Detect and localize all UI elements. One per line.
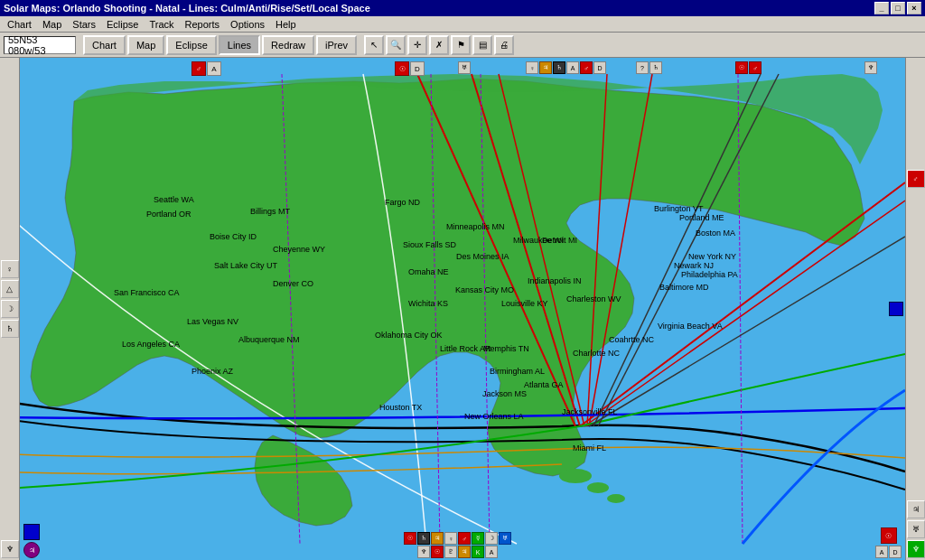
title-bar-controls: _ □ ×	[874, 2, 921, 14]
redraw-button[interactable]: Redraw	[262, 35, 314, 55]
title-bar: Solar Maps: Orlando Shooting - Natal - L…	[0, 0, 925, 16]
svg-point-1	[559, 469, 592, 483]
title-text: Solar Maps: Orlando Shooting - Natal - L…	[4, 3, 370, 14]
menu-reports[interactable]: Reports	[180, 18, 226, 31]
bot-ven[interactable]: ♀	[444, 532, 457, 545]
bottom-left-icons: ♃	[23, 524, 40, 558]
bot2-plu[interactable]: ♇	[444, 546, 457, 558]
map-area[interactable]: Seattle WA Portland OR Billings MT Boise…	[20, 58, 905, 560]
left-icon-3[interactable]: ☽	[1, 300, 19, 318]
menu-chart[interactable]: Chart	[2, 18, 37, 31]
minimize-button[interactable]: _	[874, 2, 889, 14]
map-svg	[20, 58, 905, 560]
bottom-center-icons: ☉ ♄ ♃ ♀ ♂ ☿ ☽ ♅ ♆ ☉ ♇ ♃ K A	[404, 532, 511, 558]
menu-track[interactable]: Track	[144, 18, 179, 31]
left-icon-2[interactable]: △	[1, 280, 19, 298]
right-blue-rect[interactable]	[889, 302, 903, 316]
svg-point-2	[587, 482, 609, 493]
lines-button[interactable]: Lines	[219, 35, 260, 55]
bottom-blue-square[interactable]	[23, 524, 40, 540]
map-button[interactable]: Map	[127, 35, 164, 55]
right-panel: ♂ ♃ ♅ ♆	[905, 58, 925, 560]
eclipse-button[interactable]: Eclipse	[166, 35, 216, 55]
left-panel: ♀ △ ☽ ♄ ♆	[0, 58, 20, 560]
bot2-nep[interactable]: ♆	[417, 546, 430, 558]
bot-jup[interactable]: ♃	[431, 532, 444, 545]
bot-sat[interactable]: ♄	[417, 532, 430, 545]
flag-tool[interactable]: ⚑	[451, 35, 471, 55]
menu-map[interactable]: Map	[37, 18, 67, 31]
bot2-sun2[interactable]: ☉	[431, 546, 444, 558]
bot-sun[interactable]: ☉	[404, 532, 416, 545]
toolbar: 55N53 080w/53 Chart Map Eclipse Lines Re…	[0, 33, 925, 58]
menu-eclipse[interactable]: Eclipse	[101, 18, 144, 31]
left-icon-4[interactable]: ♄	[1, 320, 19, 338]
crosshair-tool[interactable]: ✛	[407, 35, 427, 55]
right-icon-4[interactable]: ♆	[907, 540, 925, 558]
bot2-jup2[interactable]: ♃	[458, 546, 471, 558]
pointer-tool[interactable]: ↖	[364, 35, 384, 55]
maximize-button[interactable]: □	[891, 2, 905, 14]
print-tool[interactable]: 🖨	[494, 35, 514, 55]
bottom-right-icons: ☉ A D	[875, 527, 902, 558]
left-icon-bottom[interactable]: ♆	[1, 540, 19, 558]
coord-display: 55N53 080w/53	[4, 36, 76, 54]
bot-mer[interactable]: ☿	[472, 532, 484, 545]
close-button[interactable]: ×	[907, 2, 921, 14]
right-icon-1[interactable]: ♂	[907, 170, 925, 188]
iprev-button[interactable]: iPrev	[316, 35, 357, 55]
bot-right-sun[interactable]: ☉	[881, 527, 897, 544]
menu-stars[interactable]: Stars	[67, 18, 101, 31]
menu-help[interactable]: Help	[270, 18, 302, 31]
bot-right-b[interactable]: D	[889, 546, 902, 558]
cross-tool[interactable]: ✗	[429, 35, 449, 55]
right-icon-3[interactable]: ♅	[907, 520, 925, 538]
bot2-asc[interactable]: A	[485, 546, 498, 558]
bot-right-a[interactable]: A	[875, 546, 888, 558]
bot2-chi[interactable]: K	[472, 546, 484, 558]
bot-ura[interactable]: ♅	[499, 532, 511, 545]
bot-moon[interactable]: ☽	[485, 532, 498, 545]
main-area: ♀ △ ☽ ♄ ♆	[0, 58, 925, 560]
filter-tool[interactable]: ▤	[472, 35, 492, 55]
svg-point-3	[607, 494, 625, 503]
right-edge-icon	[889, 302, 903, 316]
right-icon-2[interactable]: ♃	[907, 500, 925, 518]
bot-mar[interactable]: ♂	[458, 532, 471, 545]
zoom-tool[interactable]: 🔍	[386, 35, 406, 55]
menu-bar: Chart Map Stars Eclipse Track Reports Op…	[0, 16, 925, 33]
bottom-purple-circle[interactable]: ♃	[23, 542, 40, 558]
bottom-icons-row: ♃ ☉ ♄ ♃ ♀ ♂ ☿ ☽ ♅ ♆ ☉ ♇ ♃	[20, 513, 905, 560]
left-icon-1[interactable]: ♀	[1, 260, 19, 278]
chart-button[interactable]: Chart	[83, 35, 126, 55]
menu-options[interactable]: Options	[225, 18, 270, 31]
